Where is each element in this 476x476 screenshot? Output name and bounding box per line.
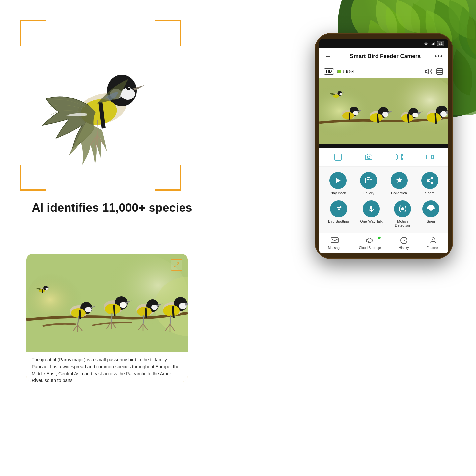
svg-point-17 [39, 289, 45, 293]
svg-rect-69 [336, 155, 340, 159]
history-label: History [399, 246, 409, 250]
cloud-icon [366, 236, 374, 245]
svg-rect-85 [331, 238, 338, 243]
message-label: Message [328, 246, 342, 250]
phone-screen: ← Smart Bird Feeder Camera ••• HD 59% [319, 48, 448, 253]
bird-card: The great tit (Parus major) is a small p… [26, 254, 188, 382]
signal-icon [431, 42, 435, 45]
share-circle [421, 172, 438, 189]
svg-point-34 [425, 45, 426, 45]
svg-point-75 [431, 177, 433, 179]
svg-point-21 [71, 308, 86, 318]
motion-detection-label: MotionDetection [395, 219, 410, 227]
history-icon [400, 236, 408, 245]
svg-rect-42 [437, 69, 443, 74]
bird-description: The great tit (Parus major) is a small p… [26, 352, 188, 382]
svg-rect-35 [431, 44, 431, 45]
siren-label: Siren [427, 219, 435, 223]
svg-point-66 [440, 111, 447, 117]
svg-point-55 [342, 112, 354, 119]
phone-mockup: 21 ← Smart Bird Feeder Camera ••• HD [315, 33, 453, 259]
share-button[interactable]: Share [421, 172, 438, 195]
snapshot-control[interactable] [364, 153, 373, 162]
svg-point-62 [412, 113, 418, 117]
svg-point-50 [339, 93, 342, 95]
capture-control[interactable] [333, 153, 343, 162]
svg-point-59 [370, 113, 383, 122]
speaker-icon[interactable] [425, 68, 433, 75]
siren-circle [422, 200, 439, 217]
controls-row [319, 148, 448, 167]
svg-point-8 [126, 86, 130, 90]
svg-line-78 [429, 179, 431, 180]
playback-label: Play Back [330, 191, 346, 195]
svg-rect-37 [433, 43, 434, 45]
battery-info: 59% [337, 69, 354, 74]
svg-rect-40 [338, 70, 341, 73]
siren-button[interactable]: Siren [422, 200, 439, 227]
svg-rect-38 [434, 42, 434, 45]
ai-identifies-text: AI identifies 11,000+ species [20, 201, 204, 215]
svg-point-70 [367, 156, 370, 159]
svg-point-29 [137, 307, 152, 316]
bird-spotting-circle [330, 200, 347, 217]
nav-history[interactable]: History [399, 236, 409, 250]
svg-point-51 [333, 94, 339, 98]
features-row-2: Bird Spotting One-Way Talk [319, 198, 448, 233]
svg-rect-71 [397, 155, 401, 159]
video-feed [319, 78, 448, 144]
battery-status: 21 [437, 41, 444, 46]
svg-point-74 [367, 179, 368, 180]
battery-percentage: 59% [346, 69, 354, 74]
svg-point-90 [432, 238, 434, 240]
svg-rect-36 [432, 44, 432, 45]
left-section: AI identifies 11,000+ species [20, 20, 204, 228]
record-control[interactable] [425, 153, 434, 162]
fullscreen-control[interactable] [395, 153, 404, 162]
video-black-bar [319, 144, 448, 148]
one-way-talk-label: One-Way Talk [360, 219, 382, 223]
wifi-icon [423, 42, 429, 45]
bird-card-image [26, 254, 188, 352]
collection-label: Collection [391, 191, 407, 195]
bird-spotting-button[interactable]: Bird Spotting [328, 200, 349, 227]
nav-features[interactable]: Features [427, 236, 439, 250]
more-button[interactable]: ••• [435, 53, 443, 60]
motion-detection-button[interactable]: MotionDetection [394, 200, 411, 227]
bird-spotting-label: Bird Spotting [328, 219, 349, 223]
bracket-frame [20, 20, 181, 191]
svg-marker-41 [425, 69, 428, 74]
svg-point-77 [431, 182, 433, 184]
svg-point-63 [401, 114, 413, 122]
playback-button[interactable]: Play Back [329, 172, 347, 195]
status-bar: 21 [319, 39, 448, 48]
cloud-label: Cloud Strorage [359, 246, 381, 250]
gallery-button[interactable]: Gallery [360, 172, 377, 195]
expand-icon[interactable] [171, 259, 182, 271]
share-label: Share [425, 191, 434, 195]
nav-cloud[interactable]: Cloud Strorage [359, 236, 381, 250]
app-header: ← Smart Bird Feeder Camera ••• [319, 48, 448, 65]
svg-point-25 [105, 304, 121, 314]
features-label: Features [427, 246, 439, 250]
svg-point-16 [46, 288, 48, 290]
svg-point-33 [163, 305, 180, 316]
features-icon [429, 236, 437, 245]
gallery-circle [360, 172, 377, 189]
nav-message[interactable]: Message [328, 236, 342, 250]
svg-point-83 [401, 207, 404, 210]
flying-bird-image [30, 30, 168, 181]
back-button[interactable]: ← [324, 52, 332, 61]
svg-point-80 [340, 206, 341, 208]
message-icon [330, 236, 339, 245]
svg-point-58 [382, 112, 388, 117]
playback-circle [329, 172, 347, 189]
app-title: Smart Bird Feeder Camera [336, 53, 435, 60]
collection-button[interactable]: Collection [391, 172, 408, 195]
one-way-talk-button[interactable]: One-Way Talk [360, 200, 382, 227]
layout-icon[interactable] [436, 68, 444, 75]
hd-badge: HD [324, 68, 334, 75]
gallery-label: Gallery [363, 191, 374, 195]
bottom-nav: Message Cloud Strorage [319, 233, 448, 253]
motion-detection-circle [394, 200, 411, 217]
